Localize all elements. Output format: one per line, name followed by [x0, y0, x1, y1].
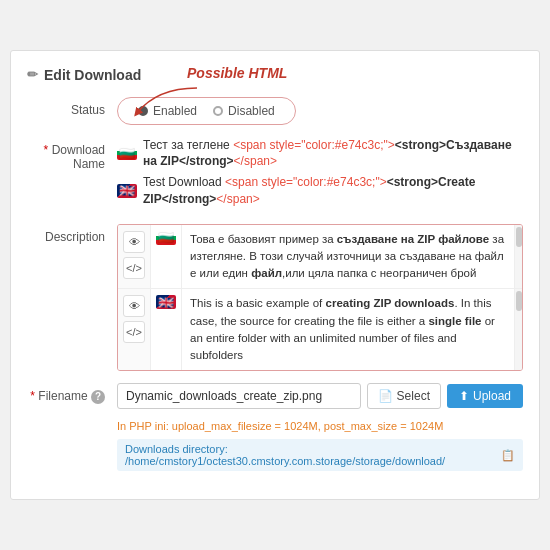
description-content: 👁 </> 🇧🇬 Това е базовият пример за създа…	[117, 224, 523, 372]
status-enabled-radio[interactable]	[138, 106, 148, 116]
download-name-label: * DownloadName	[27, 137, 117, 171]
panel-title: ✏ Edit Download	[27, 67, 523, 83]
description-bg-flag: 🇧🇬	[151, 225, 182, 289]
filename-label: * Filename ?	[27, 383, 117, 404]
scroll-thumb-bg[interactable]	[516, 227, 522, 247]
code-icon-en[interactable]: </>	[123, 321, 145, 343]
status-disabled-option[interactable]: Disabled	[205, 102, 283, 120]
status-disabled-radio[interactable]	[213, 106, 223, 116]
eye-icon-en[interactable]: 👁	[123, 295, 145, 317]
upload-icon: ⬆	[459, 389, 469, 403]
status-row: Status Enabled Disabled Possible HTML	[27, 97, 523, 125]
description-box: 👁 </> 🇧🇬 Това е базовият пример за създа…	[117, 224, 523, 372]
scroll-thumb-en[interactable]	[516, 291, 522, 311]
description-en-row: 👁 </> 🇬🇧 This is a basic example of crea…	[118, 289, 522, 370]
filename-input[interactable]	[117, 383, 361, 409]
download-name-bg-row: 🇧🇬 Тест за теглене <span style="color:#e…	[117, 137, 523, 171]
description-label: Description	[27, 224, 117, 244]
dir-info-text: Downloads directory: /home/cmstory1/octe…	[125, 443, 495, 467]
eye-icon-bg[interactable]: 👁	[123, 231, 145, 253]
edit-download-panel: ✏ Edit Download Status Enabled Disabled …	[10, 50, 540, 501]
download-name-content: 🇧🇬 Тест за теглене <span style="color:#e…	[117, 137, 523, 212]
dir-info-message: Downloads directory: /home/cmstory1/octe…	[117, 439, 523, 471]
description-bg-icons: 👁 </>	[118, 225, 151, 289]
scrollbar-bg[interactable]	[514, 225, 522, 289]
description-en-flag: 🇬🇧	[151, 289, 182, 370]
status-enabled-option[interactable]: Enabled	[130, 102, 205, 120]
description-en-icons: 👁 </>	[118, 289, 151, 370]
code-icon-bg[interactable]: </>	[123, 257, 145, 279]
select-button[interactable]: 📄 Select	[367, 383, 441, 409]
description-bg-row: 👁 </> 🇧🇬 Това е базовият пример за създа…	[118, 225, 522, 290]
status-group: Enabled Disabled	[117, 97, 296, 125]
filename-help-icon[interactable]: ?	[91, 390, 105, 404]
status-label: Status	[27, 97, 117, 117]
flag-bg: 🇧🇬	[117, 146, 137, 160]
status-content: Enabled Disabled	[117, 97, 523, 125]
select-icon: 📄	[378, 389, 393, 403]
flag-bg-desc: 🇧🇬	[156, 231, 176, 245]
description-bg-text[interactable]: Това е базовият пример за създаване на Z…	[182, 225, 514, 289]
flag-en-desc: 🇬🇧	[156, 295, 176, 309]
scrollbar-en[interactable]	[514, 289, 522, 370]
download-name-bg-text: Тест за теглене <span style="color:#e74c…	[143, 137, 523, 171]
download-name-row: * DownloadName 🇧🇬 Тест за теглене <span …	[27, 137, 523, 212]
filename-input-wrap: 📄 Select ⬆ Upload	[117, 383, 523, 409]
status-disabled-label: Disabled	[228, 104, 275, 118]
flag-en: 🇬🇧	[117, 184, 137, 198]
status-enabled-label: Enabled	[153, 104, 197, 118]
pencil-icon: ✏	[27, 67, 38, 82]
filename-content: 📄 Select ⬆ Upload In PHP ini: upload_max…	[117, 383, 523, 471]
description-en-text[interactable]: This is a basic example of creating ZIP …	[182, 289, 514, 370]
upload-button[interactable]: ⬆ Upload	[447, 384, 523, 408]
php-info-message: In PHP ini: upload_max_filesize = 1024M,…	[117, 417, 523, 435]
download-name-en-row: 🇬🇧 Test Download <span style="color:#e74…	[117, 174, 523, 208]
description-row: Description 👁 </> 🇧🇬 Това е базовият при…	[27, 224, 523, 372]
dir-copy-icon[interactable]: 📋	[501, 449, 515, 462]
filename-row: * Filename ? 📄 Select ⬆ Upload In PHP in…	[27, 383, 523, 471]
download-name-en-text: Test Download <span style="color:#e74c3c…	[143, 174, 523, 208]
